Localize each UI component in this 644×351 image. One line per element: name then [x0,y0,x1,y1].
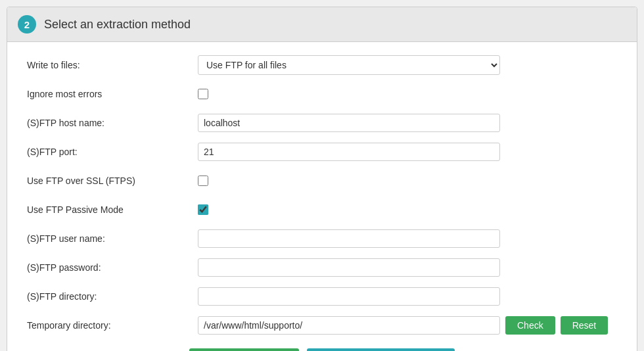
sftp-port-input[interactable] [198,143,500,161]
extraction-method-card: 2 Select an extraction method Write to f… [7,7,637,351]
use-ftps-label: Use FTP over SSL (FTPS) [27,176,198,186]
card-body: Write to files: Use FTP for all files Wr… [7,42,637,351]
use-passive-row: Use FTP Passive Mode [27,200,617,220]
sftp-password-label: (S)FTP password: [27,262,198,273]
sftp-user-label: (S)FTP user name: [27,233,198,244]
temp-directory-input[interactable] [198,316,500,335]
sftp-port-row: (S)FTP port: [27,142,617,162]
sftp-directory-label: (S)FTP directory: [27,291,198,302]
sftp-port-label: (S)FTP port: [27,147,198,157]
ignore-errors-label: Ignore most errors [27,89,198,99]
sftp-host-input[interactable] [198,114,500,132]
temp-directory-row: Temporary directory: Check Reset [27,316,617,335]
page-title: Select an extraction method [44,18,191,32]
temp-input-group: Check Reset [198,316,608,335]
help-button[interactable]: Can't get it to work? Click me! [307,348,455,351]
write-to-files-label: Write to files: [27,60,198,70]
sftp-user-row: (S)FTP user name: [27,229,617,248]
use-passive-label: Use FTP Passive Mode [27,204,198,215]
ignore-errors-checkbox[interactable] [198,89,208,99]
temp-directory-label: Temporary directory: [27,320,198,331]
reset-button[interactable]: Reset [561,316,609,335]
check-button[interactable]: Check [505,316,555,335]
sftp-password-row: (S)FTP password: [27,258,617,277]
use-ftps-checkbox[interactable] [198,176,208,186]
sftp-host-label: (S)FTP host name: [27,118,198,128]
test-ftp-button[interactable]: Test FTP connection [189,348,299,351]
sftp-directory-input[interactable] [198,287,500,306]
use-passive-checkbox[interactable] [198,204,208,215]
sftp-host-row: (S)FTP host name: [27,113,617,133]
card-header: 2 Select an extraction method [7,7,637,42]
write-to-files-select[interactable]: Use FTP for all files Write to local dir… [198,55,500,75]
sftp-password-input[interactable] [198,258,500,277]
sftp-directory-row: (S)FTP directory: [27,287,617,306]
use-ftps-row: Use FTP over SSL (FTPS) [27,171,617,191]
write-to-files-row: Write to files: Use FTP for all files Wr… [27,55,617,75]
step-badge: 2 [18,15,36,34]
bottom-buttons: Test FTP connection Can't get it to work… [27,348,617,351]
ignore-errors-row: Ignore most errors [27,84,617,104]
sftp-user-input[interactable] [198,229,500,248]
